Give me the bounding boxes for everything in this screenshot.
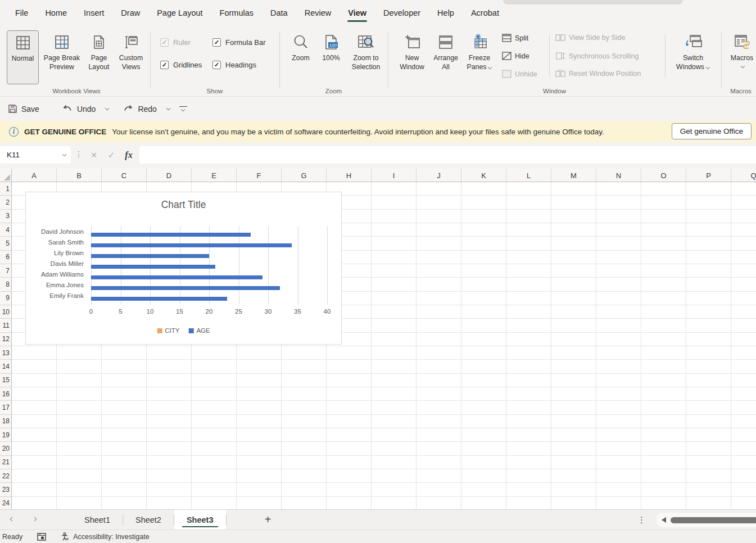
row-header-12[interactable]: 12 — [0, 333, 11, 346]
column-header-b[interactable]: B — [57, 169, 102, 182]
column-header-p[interactable]: P — [686, 169, 731, 182]
accessibility-status[interactable]: Accessibility: Investigate — [61, 532, 149, 541]
embedded-chart[interactable]: Chart Title 0510152025303540David Johnso… — [25, 192, 342, 345]
redo-dropdown-chevron[interactable] — [166, 106, 170, 110]
tab-bar-options[interactable]: ⋮ — [637, 510, 646, 530]
chart-bar-age-lily-brown[interactable] — [91, 254, 209, 258]
sheet-tab-sheet2[interactable]: Sheet2 — [123, 510, 174, 530]
split-button[interactable]: Split — [502, 34, 528, 42]
column-header-d[interactable]: D — [147, 169, 192, 182]
sheet-tab-sheet3[interactable]: Sheet3 — [174, 510, 226, 530]
view-side-by-side-button[interactable]: View Side by Side — [555, 34, 626, 42]
row-header-23[interactable]: 23 — [0, 483, 11, 496]
row-header-4[interactable]: 4 — [0, 223, 11, 237]
gridlines-checkbox[interactable]: ✓ Gridlines — [160, 61, 202, 69]
formula-input[interactable] — [139, 146, 756, 164]
horizontal-scrollbar-thumb[interactable] — [671, 517, 756, 523]
column-header-c[interactable]: C — [102, 169, 147, 182]
row-header-9[interactable]: 9 — [0, 292, 11, 305]
horizontal-scrollbar[interactable] — [656, 513, 756, 527]
column-header-o[interactable]: O — [641, 169, 686, 182]
column-header-m[interactable]: M — [551, 169, 596, 182]
page-break-preview-button[interactable]: Page Break Preview — [40, 30, 83, 84]
new-sheet-button[interactable]: + — [256, 510, 280, 530]
row-header-6[interactable]: 6 — [0, 251, 11, 264]
zoom-button[interactable]: Zoom — [284, 30, 318, 84]
column-header-a[interactable]: A — [12, 169, 57, 182]
select-all-corner[interactable] — [0, 169, 12, 182]
menu-tab-data[interactable]: Data — [262, 5, 296, 22]
column-header-q[interactable]: Q — [731, 169, 756, 182]
column-header-k[interactable]: K — [461, 169, 506, 182]
menu-tab-help[interactable]: Help — [429, 5, 463, 22]
column-header-f[interactable]: F — [237, 169, 282, 182]
column-header-n[interactable]: N — [596, 169, 641, 182]
macro-record-button[interactable] — [37, 533, 46, 541]
zoom-to-selection-button[interactable]: Zoom to Selection — [345, 30, 387, 84]
chart-bar-age-emily-frank[interactable] — [91, 297, 227, 301]
menu-tab-draw[interactable]: Draw — [112, 5, 148, 22]
menu-tab-review[interactable]: Review — [296, 5, 340, 22]
column-header-g[interactable]: G — [282, 169, 327, 182]
row-header-13[interactable]: 13 — [0, 346, 11, 360]
row-header-19[interactable]: 19 — [0, 428, 11, 442]
customize-qat-button[interactable] — [179, 106, 187, 111]
ruler-checkbox[interactable]: ✓ Ruler — [160, 38, 191, 47]
chart-bar-age-david-johnson[interactable] — [91, 233, 251, 237]
row-header-10[interactable]: 10 — [0, 305, 11, 319]
row-header-8[interactable]: 8 — [0, 278, 11, 291]
save-button[interactable]: Save — [8, 104, 39, 114]
insert-function-button[interactable]: fx — [120, 146, 137, 164]
get-genuine-office-button[interactable]: Get genuine Office — [672, 123, 752, 139]
menu-tab-file[interactable]: File — [7, 5, 37, 22]
freeze-panes-button[interactable]: ✳ Freeze Panes — [463, 30, 496, 84]
row-header-3[interactable]: 3 — [0, 210, 11, 223]
enter-button[interactable]: ✓ — [103, 146, 120, 164]
column-header-e[interactable]: E — [192, 169, 237, 182]
undo-button[interactable]: Undo — [62, 104, 96, 114]
menu-tab-page-layout[interactable]: Page Layout — [148, 5, 211, 22]
row-header-14[interactable]: 14 — [0, 360, 11, 373]
column-header-h[interactable]: H — [327, 169, 372, 182]
menu-tab-formulas[interactable]: Formulas — [211, 5, 262, 22]
next-sheet-button[interactable] — [22, 510, 45, 530]
headings-checkbox[interactable]: ✓ Headings — [212, 61, 256, 69]
column-header-l[interactable]: L — [506, 169, 551, 182]
undo-dropdown-chevron[interactable] — [105, 106, 109, 110]
normal-view-button[interactable]: Normal — [7, 30, 39, 84]
chart-bar-age-emma-jones[interactable] — [91, 286, 280, 290]
name-box[interactable]: K11 — [0, 146, 71, 164]
macros-button[interactable]: Macros — [726, 30, 756, 84]
reset-window-position-button[interactable]: Reset Window Position — [555, 70, 641, 78]
row-header-24[interactable]: 24 — [0, 497, 11, 509]
hide-button[interactable]: Hide — [502, 52, 529, 60]
unhide-button[interactable]: Unhide — [502, 70, 537, 78]
row-header-11[interactable]: 11 — [0, 319, 11, 332]
menu-tab-insert[interactable]: Insert — [75, 5, 112, 22]
page-layout-button[interactable]: Page Layout — [84, 30, 114, 84]
row-header-16[interactable]: 16 — [0, 387, 11, 401]
arrange-all-button[interactable]: Arrange All — [429, 30, 462, 84]
formula-bar-handle[interactable]: ⋮ — [75, 150, 83, 159]
column-header-j[interactable]: J — [417, 169, 461, 182]
custom-views-button[interactable]: Custom Views — [115, 30, 147, 84]
synchronous-scrolling-button[interactable]: Synchronous Scrolling — [555, 52, 639, 60]
row-header-21[interactable]: 21 — [0, 456, 11, 469]
row-header-17[interactable]: 17 — [0, 401, 11, 414]
sheet-tab-sheet1[interactable]: Sheet1 — [72, 510, 123, 530]
new-window-button[interactable]: New Window — [396, 30, 428, 84]
scroll-left-arrow[interactable] — [662, 517, 666, 523]
previous-sheet-button[interactable] — [0, 510, 22, 530]
chart-bar-age-adam-williams[interactable] — [91, 275, 262, 279]
menu-tab-view[interactable]: View — [339, 5, 375, 22]
row-header-20[interactable]: 20 — [0, 442, 11, 455]
chart-bar-age-sarah-smith[interactable] — [91, 243, 292, 247]
row-header-2[interactable]: 2 — [0, 196, 11, 209]
redo-button[interactable]: Redo — [123, 104, 156, 114]
cancel-button[interactable]: × — [85, 146, 102, 164]
row-header-1[interactable]: 1 — [0, 182, 11, 196]
switch-windows-button[interactable]: SwitchWindows — [673, 30, 713, 84]
menu-tab-acrobat[interactable]: Acrobat — [463, 5, 508, 22]
row-header-18[interactable]: 18 — [0, 415, 11, 428]
row-header-15[interactable]: 15 — [0, 374, 11, 387]
